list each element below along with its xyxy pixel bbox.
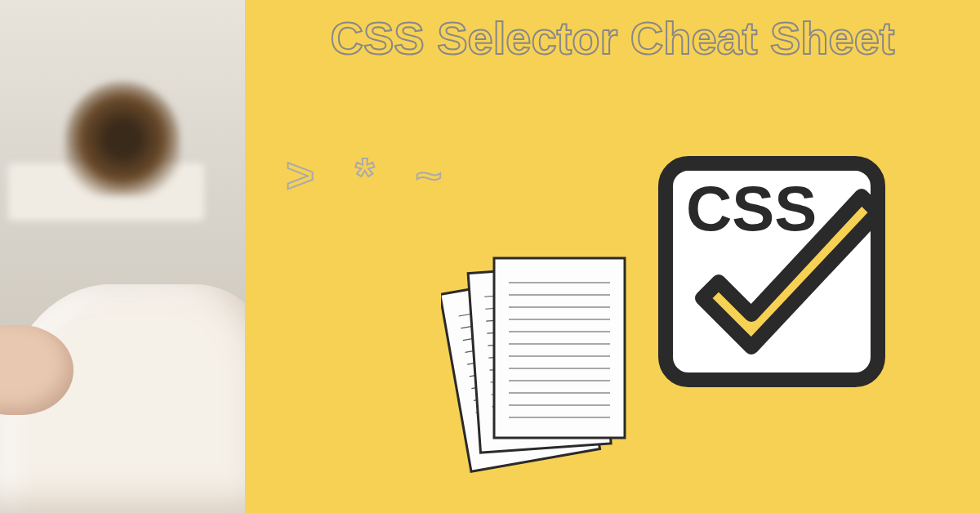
universal-selector-symbol: *: [355, 151, 374, 200]
content-panel: CSS Selector Cheat Sheet > * ~ CSS: [245, 0, 980, 513]
selector-symbols: > * ~: [286, 151, 442, 200]
svg-rect-25: [494, 258, 625, 438]
sibling-combinator-symbol: ~: [415, 153, 442, 199]
child-combinator-symbol: >: [286, 151, 314, 200]
page-title: CSS Selector Cheat Sheet: [294, 10, 931, 67]
badge-text: CSS: [686, 172, 817, 244]
hero-photo: [0, 0, 245, 513]
css-valid-badge-icon: CSS: [657, 155, 886, 388]
document-stack-icon: [441, 243, 637, 497]
